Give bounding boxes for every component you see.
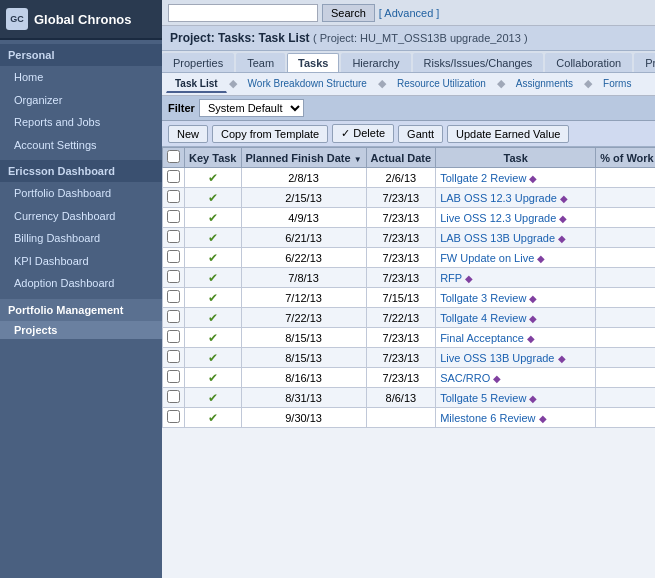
row-checkbox[interactable] — [167, 290, 180, 303]
task-link[interactable]: Live OSS 13B Upgrade — [440, 352, 554, 364]
row-task: FW Update on Live ◆ — [436, 248, 596, 268]
task-link[interactable]: RFP — [440, 272, 462, 284]
row-planned-finish: 8/15/13 — [241, 348, 366, 368]
copy-template-button[interactable]: Copy from Template — [212, 125, 328, 143]
sidebar-item-reports[interactable]: Reports and Jobs — [0, 111, 162, 134]
search-input[interactable] — [168, 4, 318, 22]
earned-value-button[interactable]: Update Earned Value — [447, 125, 569, 143]
check-icon: ✔ — [208, 211, 218, 225]
diamond-icon: ◆ — [560, 193, 568, 204]
table-row: ✔ 8/31/13 8/6/13 Tollgate 5 Review ◆ 100… — [163, 388, 656, 408]
task-link[interactable]: Tollgate 5 Review — [440, 392, 526, 404]
row-checkbox[interactable] — [167, 310, 180, 323]
table-row: ✔ 7/12/13 7/15/13 Tollgate 3 Review ◆ 10… — [163, 288, 656, 308]
sidebar-item-currency[interactable]: Currency Dashboard — [0, 205, 162, 228]
task-link[interactable]: Live OSS 12.3 Upgrade — [440, 212, 556, 224]
diamond-icon: ◆ — [529, 393, 537, 404]
row-planned-finish: 8/15/13 — [241, 328, 366, 348]
subtab-assignments[interactable]: Assignments — [507, 75, 582, 93]
row-actual-date: 7/15/13 — [366, 288, 436, 308]
col-header-task: Task — [436, 148, 596, 168]
row-checkbox[interactable] — [167, 170, 180, 183]
filter-label: Filter — [168, 102, 195, 114]
select-all-checkbox[interactable] — [167, 150, 180, 163]
task-link[interactable]: FW Update on Live — [440, 252, 534, 264]
row-checkbox-cell — [163, 188, 185, 208]
table-row: ✔ 6/21/13 7/23/13 LAB OSS 13B Upgrade ◆ … — [163, 228, 656, 248]
row-checkbox[interactable] — [167, 410, 180, 423]
row-checkbox-cell — [163, 208, 185, 228]
sidebar-item-billing[interactable]: Billing Dashboard — [0, 227, 162, 250]
tab-hierarchy[interactable]: Hierarchy — [341, 53, 410, 72]
row-checkbox[interactable] — [167, 230, 180, 243]
gantt-button[interactable]: Gantt — [398, 125, 443, 143]
row-checkbox[interactable] — [167, 390, 180, 403]
row-checkbox[interactable] — [167, 350, 180, 363]
col-header-planned-finish[interactable]: Planned Finish Date ▼ — [241, 148, 366, 168]
diamond-icon: ◆ — [465, 273, 473, 284]
tab-team[interactable]: Team — [236, 53, 285, 72]
app-logo: GC — [6, 8, 28, 30]
delete-button[interactable]: ✓ Delete — [332, 124, 394, 143]
diamond-icon: ◆ — [537, 253, 545, 264]
task-link[interactable]: Milestone 6 Review — [440, 412, 535, 424]
row-checkbox[interactable] — [167, 330, 180, 343]
task-filter-bar: Filter System Default — [162, 96, 655, 121]
search-button[interactable]: Search — [322, 4, 375, 22]
tab-risks[interactable]: Risks/Issues/Changes — [413, 53, 544, 72]
diamond-icon: ◆ — [558, 353, 566, 364]
row-key-task: ✔ — [185, 388, 242, 408]
check-icon: ✔ — [208, 231, 218, 245]
main-content: Search [ Advanced ] Project: Tasks: Task… — [162, 0, 655, 578]
tab-collaboration[interactable]: Collaboration — [545, 53, 632, 72]
row-work-planned: 25.00 — [596, 208, 655, 228]
task-link[interactable]: Tollgate 2 Review — [440, 172, 526, 184]
check-icon: ✔ — [208, 411, 218, 425]
row-planned-finish: 2/15/13 — [241, 188, 366, 208]
subtab-wbs[interactable]: Work Breakdown Structure — [239, 75, 376, 93]
sidebar-item-portfolio-dash[interactable]: Portfolio Dashboard — [0, 182, 162, 205]
subtab-tasklist[interactable]: Task List — [166, 75, 227, 93]
tab-processes[interactable]: Processes — [634, 53, 655, 72]
task-link[interactable]: Final Acceptance — [440, 332, 524, 344]
task-link[interactable]: Tollgate 4 Review — [440, 312, 526, 324]
row-actual-date: 7/23/13 — [366, 368, 436, 388]
row-actual-date: 7/23/13 — [366, 228, 436, 248]
row-checkbox[interactable] — [167, 210, 180, 223]
row-actual-date — [366, 408, 436, 428]
sidebar-item-account[interactable]: Account Settings — [0, 134, 162, 157]
row-checkbox-cell — [163, 268, 185, 288]
sidebar-section-ericsson: Ericsson Dashboard — [0, 160, 162, 182]
col-header-actual-date: Actual Date — [366, 148, 436, 168]
tab-properties[interactable]: Properties — [162, 53, 234, 72]
task-link[interactable]: LAB OSS 13B Upgrade — [440, 232, 555, 244]
sort-arrow-planned: ▼ — [354, 155, 362, 164]
new-button[interactable]: New — [168, 125, 208, 143]
advanced-link[interactable]: [ Advanced ] — [379, 7, 440, 19]
filter-select[interactable]: System Default — [199, 99, 304, 117]
check-icon: ✔ — [208, 191, 218, 205]
tab-tasks[interactable]: Tasks — [287, 53, 339, 72]
sidebar-item-projects[interactable]: Projects — [0, 321, 162, 339]
sidebar-item-home[interactable]: Home — [0, 66, 162, 89]
table-row: ✔ 9/30/13 Milestone 6 Review ◆ — [163, 408, 656, 428]
row-work-planned: 100.00 — [596, 368, 655, 388]
row-checkbox[interactable] — [167, 370, 180, 383]
subtab-forms[interactable]: Forms — [594, 75, 640, 93]
sidebar-section-portfolio: Portfolio Management — [0, 299, 162, 321]
subtab-resource[interactable]: Resource Utilization — [388, 75, 495, 93]
task-table-container: Key Task Planned Finish Date ▼ Actual Da… — [162, 147, 655, 527]
sidebar-item-kpi[interactable]: KPI Dashboard — [0, 250, 162, 273]
row-work-planned: 100.00 — [596, 248, 655, 268]
task-link[interactable]: SAC/RRO — [440, 372, 490, 384]
row-checkbox[interactable] — [167, 250, 180, 263]
task-link[interactable]: Tollgate 3 Review — [440, 292, 526, 304]
row-checkbox[interactable] — [167, 270, 180, 283]
row-task: Live OSS 12.3 Upgrade ◆ — [436, 208, 596, 228]
row-checkbox[interactable] — [167, 190, 180, 203]
row-key-task: ✔ — [185, 228, 242, 248]
sidebar-item-organizer[interactable]: Organizer — [0, 89, 162, 112]
task-link[interactable]: LAB OSS 12.3 Upgrade — [440, 192, 557, 204]
diamond-icon: ◆ — [529, 313, 537, 324]
sidebar-item-adoption[interactable]: Adoption Dashboard — [0, 272, 162, 295]
